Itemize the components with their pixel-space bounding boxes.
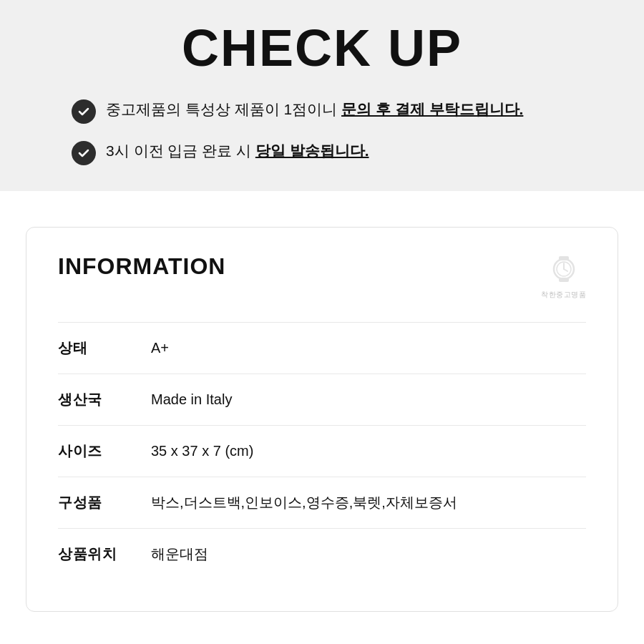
info-value-status: A+ [151, 340, 169, 356]
check-icon-2 [72, 141, 96, 165]
info-value-components: 박스,더스트백,인보이스,영수증,북렛,자체보증서 [151, 493, 457, 512]
info-row-location: 상품위치 해운대점 [58, 528, 586, 580]
brand-watermark: 착한중고명품 [541, 253, 586, 299]
info-title: INFORMATION [58, 253, 225, 280]
info-value-origin: Made in Italy [151, 391, 232, 408]
checklist: 중고제품의 특성상 제품이 1점이니 문의 후 결제 부탁드립니다. 3시 이전… [72, 98, 572, 165]
info-value-size: 35 x 37 x 7 (cm) [151, 443, 253, 459]
checklist-text-2: 3시 이전 입금 완료 시 당일 발송됩니다. [106, 140, 369, 162]
checklist-item-2: 3시 이전 입금 완료 시 당일 발송됩니다. [72, 140, 572, 165]
info-row-size: 사이즈 35 x 37 x 7 (cm) [58, 425, 586, 477]
info-label-status: 상태 [58, 338, 151, 358]
checklist-text-1: 중고제품의 특성상 제품이 1점이니 문의 후 결제 부탁드립니다. [106, 98, 523, 121]
page-title: CHECK UP [29, 20, 615, 77]
info-table: 상태 A+ 생산국 Made in Italy 사이즈 35 x 37 x 7 … [58, 322, 586, 580]
info-row-origin: 생산국 Made in Italy [58, 374, 586, 425]
check-icon-1 [72, 99, 96, 124]
info-header: INFORMATION 착한중고명품 [58, 253, 586, 299]
info-label-location: 상품위치 [58, 545, 151, 564]
section-spacer [0, 191, 644, 227]
info-row-status: 상태 A+ [58, 322, 586, 374]
header-section: CHECK UP 중고제품의 특성상 제품이 1점이니 문의 후 결제 부탁드립… [0, 0, 644, 191]
info-section: INFORMATION 착한중고명품 상태 A+ [0, 227, 644, 644]
brand-icon [548, 253, 580, 285]
info-row-components: 구성품 박스,더스트백,인보이스,영수증,북렛,자체보증서 [58, 477, 586, 528]
info-value-location: 해운대점 [151, 545, 208, 564]
brand-name-text: 착한중고명품 [541, 290, 586, 299]
info-label-origin: 생산국 [58, 390, 151, 409]
checklist-item-1: 중고제품의 특성상 제품이 1점이니 문의 후 결제 부탁드립니다. [72, 98, 572, 124]
info-label-size: 사이즈 [58, 441, 151, 461]
info-card: INFORMATION 착한중고명품 상태 A+ [26, 227, 618, 612]
svg-line-5 [564, 269, 567, 271]
info-label-components: 구성품 [58, 493, 151, 512]
